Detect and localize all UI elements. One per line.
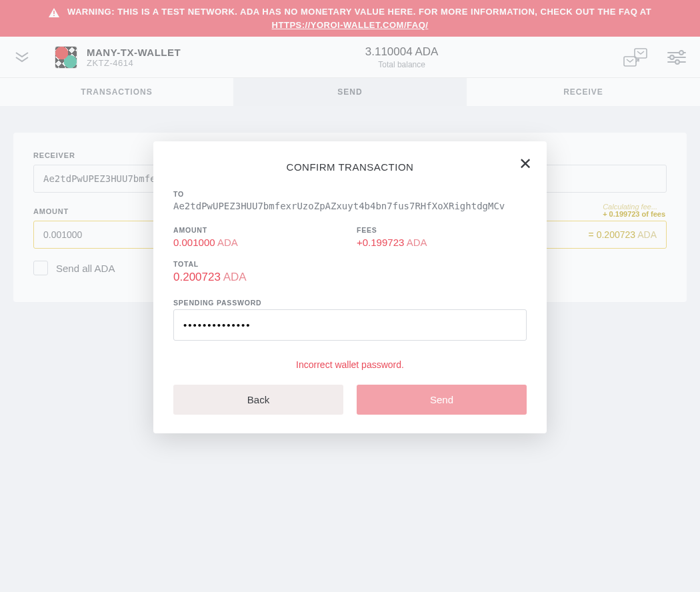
- modal-total-label: TOTAL: [173, 260, 527, 268]
- modal-fees-value: +0.199723 ADA: [357, 237, 527, 248]
- modal-overlay: CONFIRM TRANSACTION ✕ TO Ae2tdPwUPEZ3HUU…: [0, 0, 700, 592]
- modal-total-value: 0.200723 ADA: [173, 271, 527, 284]
- spending-password-label: SPENDING PASSWORD: [173, 299, 527, 307]
- to-label: TO: [173, 190, 527, 198]
- error-message: Incorrect wallet password.: [173, 359, 527, 370]
- spending-password-input[interactable]: [173, 309, 527, 341]
- modal-fees-label: FEES: [357, 226, 527, 234]
- modal-title: CONFIRM TRANSACTION: [173, 161, 527, 173]
- close-icon[interactable]: ✕: [519, 156, 532, 172]
- send-button[interactable]: Send: [357, 385, 527, 415]
- confirm-transaction-modal: CONFIRM TRANSACTION ✕ TO Ae2tdPwUPEZ3HUU…: [153, 141, 547, 433]
- modal-amount-value: 0.001000 ADA: [173, 237, 343, 248]
- back-button[interactable]: Back: [173, 385, 343, 415]
- modal-amount-label: AMOUNT: [173, 226, 343, 234]
- to-address: Ae2tdPwUPEZ3HUU7bmfexrUzoZpAZxuyt4b4bn7f…: [173, 201, 527, 211]
